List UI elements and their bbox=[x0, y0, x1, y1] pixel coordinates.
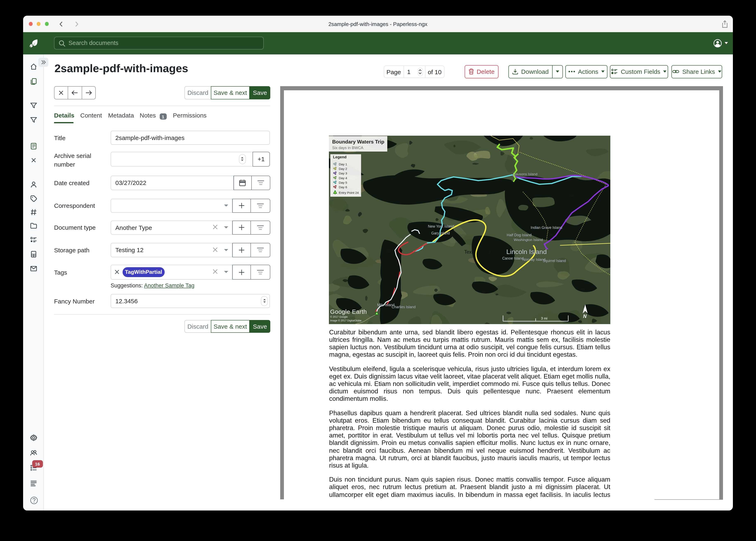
svg-text:Squirrel Island: Squirrel Island bbox=[543, 259, 566, 263]
svg-text:N: N bbox=[583, 313, 587, 319]
svg-text:Day 1: Day 1 bbox=[339, 162, 347, 166]
svg-text:Boundary Waters Trip: Boundary Waters Trip bbox=[332, 139, 384, 144]
svg-text:Washington Island: Washington Island bbox=[514, 238, 543, 242]
svg-text:Image © 2017 DigitalGlobe: Image © 2017 DigitalGlobe bbox=[330, 319, 361, 322]
svg-text:Charlies Island: Charlies Island bbox=[392, 305, 416, 309]
svg-text:Six days in BWCA: Six days in BWCA bbox=[332, 145, 363, 150]
svg-text:Legend: Legend bbox=[333, 155, 346, 159]
svg-text:Canoe Island: Canoe Island bbox=[502, 256, 524, 260]
svg-text:Day 5: Day 5 bbox=[339, 181, 347, 184]
svg-text:3 mi: 3 mi bbox=[541, 316, 547, 320]
svg-text:Lincoln Island: Lincoln Island bbox=[506, 248, 547, 255]
svg-text:© 2017 Google: © 2017 Google bbox=[330, 315, 348, 318]
svg-text:Hausons Island: Hausons Island bbox=[513, 172, 537, 176]
svg-text:Google Earth: Google Earth bbox=[330, 308, 367, 315]
svg-text:Day 6: Day 6 bbox=[339, 185, 347, 189]
svg-text:Gary Island: Gary Island bbox=[431, 231, 450, 235]
svg-text:Day 4: Day 4 bbox=[339, 176, 347, 180]
svg-text:Half Dog Island: Half Dog Island bbox=[507, 233, 532, 237]
svg-text:Day 2: Day 2 bbox=[339, 167, 347, 170]
svg-text:Entry Point 24: Entry Point 24 bbox=[339, 191, 359, 194]
svg-text:New York Island: New York Island bbox=[428, 224, 454, 228]
svg-text:Text: Text bbox=[464, 249, 473, 255]
svg-text:Norway Island: Norway Island bbox=[522, 257, 545, 262]
svg-text:Indian Grave Island: Indian Grave Island bbox=[531, 225, 562, 230]
svg-text:Day 3: Day 3 bbox=[339, 171, 347, 175]
